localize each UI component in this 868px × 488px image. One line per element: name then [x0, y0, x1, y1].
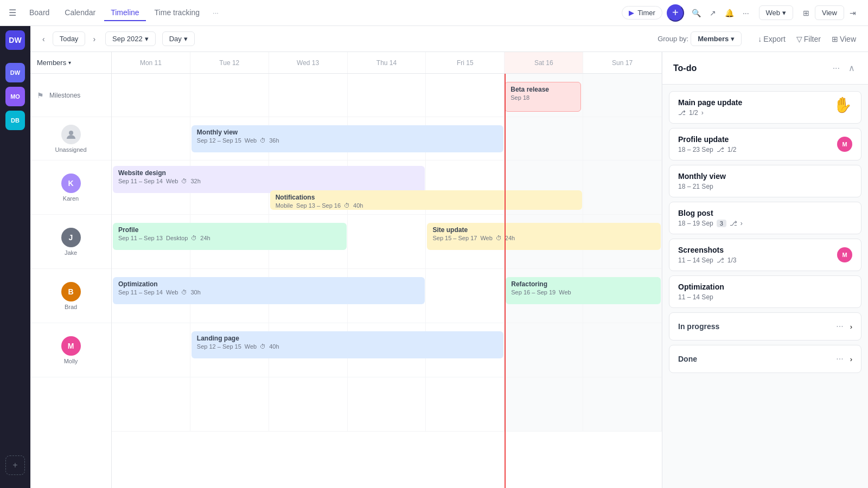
panel-card-profile-update[interactable]: Profile update 18 – 23 Sep ⎇ 1/2 M	[669, 128, 861, 160]
today-button[interactable]: Today	[53, 31, 86, 46]
day-col-3: Thu 14	[348, 52, 426, 73]
unassigned-avatar	[61, 125, 81, 144]
done-header[interactable]: Done ··· ›	[669, 345, 861, 373]
tab-timetracking[interactable]: Time tracking	[148, 5, 207, 21]
in-progress-header[interactable]: In progress ··· ›	[669, 313, 861, 340]
tab-calendar[interactable]: Calendar	[58, 5, 102, 21]
refactoring-title: Refactoring	[511, 280, 655, 288]
blog-post-badge: 3	[717, 220, 726, 227]
day-col-6: Sun 17	[583, 52, 662, 73]
search-button[interactable]: 🔍	[688, 7, 704, 20]
molly-avatar: M	[61, 336, 81, 356]
screenshots-avatar: M	[837, 247, 852, 262]
subtask-icon-3: ⎇	[730, 220, 737, 227]
export-button[interactable]: ↓ Export	[755, 33, 788, 46]
panel-more-button[interactable]: ···	[831, 61, 842, 75]
task-profile[interactable]: Profile Sep 11 – Sep 13 Desktop ⏱ 24h	[113, 223, 347, 250]
members-column: Members ▾ ⚑ Milestones	[30, 52, 112, 488]
screenshots-meta: 11 – 14 Sep ⎇ 1/3	[678, 256, 736, 264]
task-site-update[interactable]: Site update Sep 15 – Sep 17 Web ⏱ 24h	[427, 223, 661, 250]
monthly-view-meta: Sep 12 – Sep 15 Web ⏱ 36h	[197, 137, 498, 144]
profile-meta: Sep 11 – Sep 13 Desktop ⏱ 24h	[118, 235, 341, 241]
date-range-dropdown[interactable]: Sep 2022 ▾	[105, 31, 156, 46]
in-progress-more-button[interactable]: ···	[834, 319, 845, 333]
timeline-area: Members ▾ ⚑ Milestones	[30, 52, 868, 488]
tab-timeline[interactable]: Timeline	[104, 5, 145, 21]
filter-button[interactable]: ▽ Filter	[793, 33, 824, 46]
in-progress-chevron-icon: ›	[850, 323, 852, 331]
timer-button[interactable]: ▶ Timer	[622, 6, 662, 20]
panel-title: To-do	[673, 63, 697, 73]
hamburger-icon[interactable]: ☰	[9, 8, 16, 18]
brad-grid-row: Optimization Sep 11 – Sep 14 Web ⏱ 30h	[112, 269, 662, 323]
milestone-flag-icon: ⚑	[37, 91, 44, 100]
next-period-button[interactable]: ›	[90, 33, 99, 46]
panel-card-optimization[interactable]: Optimization 11 – 14 Sep	[669, 275, 861, 308]
more-tabs-icon[interactable]: ···	[208, 7, 223, 19]
add-button[interactable]: +	[667, 4, 684, 22]
today-marker-line	[505, 74, 506, 488]
collapse-panel-button[interactable]: ⇥	[846, 7, 859, 20]
share-button[interactable]: ↗	[706, 7, 719, 20]
task-refactoring[interactable]: Refactoring Sep 16 – Sep 19 Web	[506, 277, 661, 304]
task-notifications[interactable]: Notifications Mobile Sep 13 – Sep 16 ⏱ 4…	[270, 190, 582, 210]
milestones-grid-row: Beta release Sep 18	[112, 74, 662, 117]
in-progress-label: In progress	[678, 322, 719, 331]
tab-board[interactable]: Board	[23, 5, 56, 21]
panel-card-screenshots[interactable]: Screenshots 11 – 14 Sep ⎇ 1/3 M	[669, 239, 861, 271]
add-workspace-icon[interactable]: +	[5, 455, 25, 475]
workspace-chevron-icon: ▾	[782, 9, 786, 17]
top-navigation: ☰ Board Calendar Timeline Time tracking …	[0, 0, 868, 26]
task-monthly-view[interactable]: Monthly view Sep 12 – Sep 15 Web ⏱ 36h	[192, 125, 503, 152]
grid-area: Mon 11 Tue 12 Wed 13 Thu 14 Fri 15 Sat 1…	[112, 52, 662, 488]
view-button[interactable]: View	[815, 5, 844, 20]
milestones-row: ⚑ Milestones	[30, 74, 111, 117]
members-header: Members ▾	[30, 52, 111, 74]
workspace-db[interactable]: DB	[5, 111, 25, 130]
grid-header: Mon 11 Tue 12 Wed 13 Thu 14 Fri 15 Sat 1…	[112, 52, 662, 74]
prev-period-button[interactable]: ‹	[39, 33, 48, 46]
date-chevron-icon: ▾	[145, 35, 149, 43]
panel-card-blog-post[interactable]: Blog post 18 – 19 Sep 3 ⎇ ›	[669, 202, 861, 234]
date-range-label: Sep 2022	[112, 35, 143, 43]
karen-avatar: K	[61, 174, 81, 193]
done-label: Done	[678, 355, 697, 363]
app-logo[interactable]: DW	[5, 30, 25, 50]
filter-icon: ▽	[796, 35, 802, 43]
cell-k6	[583, 160, 662, 214]
landing-page-title: Landing page	[197, 335, 498, 342]
cell-m6	[583, 74, 662, 117]
chevron-icon: ›	[701, 109, 704, 117]
done-chevron-icon: ›	[850, 355, 852, 363]
group-by-dropdown[interactable]: Members ▾	[691, 31, 742, 46]
task-beta-release[interactable]: Beta release Sep 18	[505, 82, 581, 112]
beta-release-date: Sep 18	[510, 94, 529, 101]
panel-collapse-button[interactable]: ∧	[846, 61, 857, 75]
view-icon: ⊞	[832, 35, 838, 43]
task-website-design[interactable]: Website design Sep 11 – Sep 14 Web ⏱ 32h	[113, 166, 425, 193]
workspace-dw[interactable]: DW	[5, 63, 25, 82]
day-col-1: Tue 12	[190, 52, 269, 73]
jake-label: Jake	[65, 249, 77, 256]
notifications-button[interactable]: 🔔	[722, 7, 737, 20]
more-options-button[interactable]: ···	[739, 7, 752, 20]
workspace-dropdown[interactable]: Web ▾	[759, 5, 794, 20]
workspace-label: Web	[766, 9, 781, 17]
left-sidebar: DW DW MO DB +	[0, 26, 30, 488]
task-optimization[interactable]: Optimization Sep 11 – Sep 14 Web ⏱ 30h	[113, 277, 425, 304]
member-row-brad: B Brad	[30, 269, 111, 323]
right-panel: To-do ··· ∧ Main page update	[662, 52, 868, 488]
done-more-button[interactable]: ···	[834, 352, 845, 366]
cell-m4	[426, 74, 505, 117]
workspace-mo[interactable]: MO	[5, 87, 25, 106]
task-landing-page[interactable]: Landing page Sep 12 – Sep 15 Web ⏱ 40h	[192, 331, 503, 358]
cell-mol6	[583, 323, 662, 377]
cell-m0	[112, 74, 190, 117]
cell-mol5	[505, 323, 583, 377]
layout-view-button[interactable]: ⊞	[800, 7, 813, 20]
optimization-title: Optimization	[118, 280, 419, 288]
day-dropdown[interactable]: Day ▾	[162, 31, 195, 46]
panel-card-monthly-view[interactable]: Monthly view 18 – 21 Sep	[669, 165, 861, 197]
view-options-button[interactable]: ⊞ View	[828, 33, 859, 46]
panel-card-main-page-update[interactable]: Main page update ⎇ 1/2 › ✋	[669, 91, 861, 124]
